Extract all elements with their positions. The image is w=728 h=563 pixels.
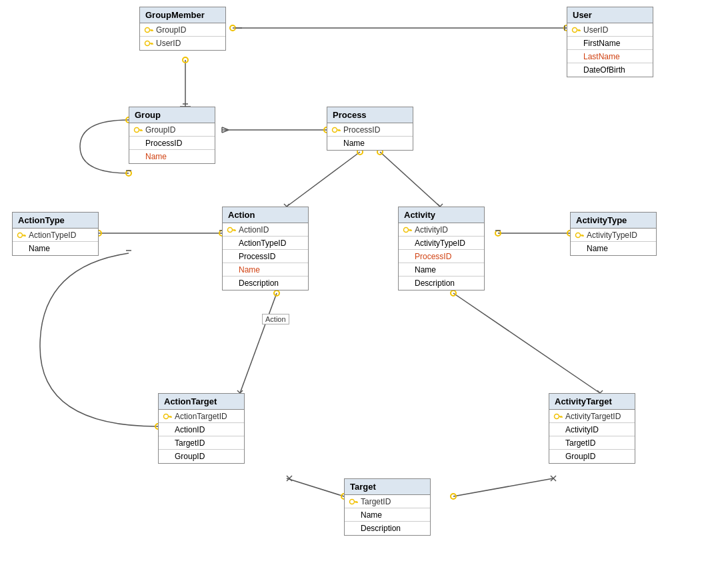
field-name: Description (415, 279, 455, 288)
svg-line-38 (453, 293, 600, 393)
field-name: DateOfBirth (583, 65, 625, 75)
field-row-groupid: GroupID (129, 123, 215, 137)
entity-target: Target TargetIDNameDescription (344, 478, 431, 536)
field-row-description: Description (345, 522, 430, 535)
svg-line-22 (380, 152, 440, 207)
diagram-canvas: GroupMember GroupID UserIDUser UserIDFir… (0, 0, 728, 563)
svg-point-80 (404, 227, 409, 232)
field-name: Description (361, 524, 401, 533)
entity-header-activitytarget: ActivityTarget (549, 394, 635, 410)
svg-point-72 (18, 233, 23, 237)
field-row-name: Name (399, 263, 484, 277)
field-name: ActionID (239, 225, 269, 235)
pk-icon (133, 125, 143, 135)
svg-point-64 (135, 127, 139, 132)
field-name: TargetID (565, 438, 595, 448)
field-name: UserID (156, 39, 181, 48)
field-row-activitytargetid: ActivityTargetID (549, 410, 635, 423)
field-name: ActivityTypeID (587, 231, 637, 240)
entity-header-activitytype: ActivityType (571, 213, 656, 229)
field-row-actionid: ActionID (159, 423, 244, 436)
svg-point-56 (145, 41, 150, 46)
svg-line-49 (551, 476, 556, 481)
field-name: GroupID (145, 125, 175, 135)
svg-line-18 (287, 152, 360, 207)
svg-point-1 (230, 25, 235, 31)
field-name: Name (415, 265, 436, 275)
field-row-activityid: ActivityID (399, 223, 484, 237)
pk-icon (403, 225, 412, 235)
field-name: ActivityTargetID (565, 412, 621, 421)
field-row-name: Name (223, 263, 308, 277)
entity-header-actiontype: ActionType (13, 213, 98, 229)
svg-point-96 (350, 499, 355, 504)
svg-point-39 (451, 290, 456, 296)
field-row-userid: UserID (140, 37, 225, 50)
svg-point-68 (333, 127, 337, 132)
entity-action: Action ActionIDActionTypeIDProcessIDName… (222, 207, 309, 290)
field-row-activitytypeid: ActivityTypeID (571, 229, 656, 242)
field-row-targetid: TargetID (159, 436, 244, 450)
field-name: ActivityID (415, 225, 448, 235)
field-row-groupid: GroupID (159, 450, 244, 463)
svg-point-92 (555, 414, 559, 418)
svg-point-60 (573, 27, 577, 32)
svg-point-35 (274, 290, 279, 296)
pk-icon (553, 412, 563, 421)
pk-icon (331, 125, 341, 135)
field-row-processid: ProcessID (129, 137, 215, 150)
field-name: ActionTypeID (29, 231, 76, 240)
pk-icon (144, 25, 153, 35)
entity-header-user: User (567, 7, 653, 23)
pk-icon (163, 412, 172, 421)
pk-icon (349, 497, 358, 506)
svg-line-46 (453, 478, 553, 496)
field-row-actiontypeid: ActionTypeID (13, 229, 98, 242)
field-row-description: Description (223, 277, 308, 290)
field-row-processid: ProcessID (223, 250, 308, 263)
field-name: ProcessID (239, 252, 275, 261)
field-name: TargetID (175, 438, 205, 448)
field-name: ActionTargetID (175, 412, 227, 421)
field-row-lastname: LastName (567, 50, 653, 63)
field-name: ActivityTypeID (415, 239, 465, 248)
entity-header-action: Action (223, 207, 308, 223)
entity-activitytype: ActivityType ActivityTypeIDName (570, 212, 657, 256)
svg-point-47 (451, 494, 456, 499)
svg-point-88 (164, 414, 169, 418)
field-row-groupid: GroupID (549, 450, 635, 463)
entity-user: User UserIDFirstNameLastNameDateOfBirth (567, 7, 653, 77)
svg-point-6 (183, 57, 188, 63)
field-name: ProcessID (343, 125, 380, 135)
field-row-targetid: TargetID (345, 495, 430, 508)
field-name: Name (29, 244, 50, 253)
entity-process: Process ProcessIDName (327, 107, 413, 151)
field-row-description: Description (399, 277, 484, 290)
field-name: ActivityID (565, 425, 599, 434)
field-row-processid: ProcessID (327, 123, 413, 137)
field-row-processid: ProcessID (399, 250, 484, 263)
field-row-activitytypeid: ActivityTypeID (399, 237, 484, 250)
svg-line-13 (222, 127, 229, 130)
field-name: ProcessID (415, 252, 451, 261)
field-name: Name (587, 244, 608, 253)
field-row-actiontypeid: ActionTypeID (223, 237, 308, 250)
field-name: GroupID (565, 452, 595, 461)
entity-header-activity: Activity (399, 207, 484, 223)
field-name: GroupID (156, 25, 186, 35)
field-name: TargetID (361, 497, 391, 506)
entity-actiontarget: ActionTarget ActionTargetIDActionIDTarge… (158, 393, 245, 464)
relation-label-action: Action (262, 314, 289, 324)
field-name: Name (361, 510, 382, 520)
field-row-name: Name (327, 137, 413, 150)
field-name: GroupID (175, 452, 205, 461)
entity-group: Group GroupIDProcessIDName (129, 107, 215, 164)
field-row-actiontargetid: ActionTargetID (159, 410, 244, 423)
entity-header-process: Process (327, 107, 413, 123)
field-name: ProcessID (145, 139, 182, 148)
field-name: Name (239, 265, 260, 275)
field-name: Name (145, 152, 167, 161)
field-name: LastName (583, 52, 620, 61)
field-row-name: Name (345, 508, 430, 522)
field-row-name: Name (129, 150, 215, 163)
